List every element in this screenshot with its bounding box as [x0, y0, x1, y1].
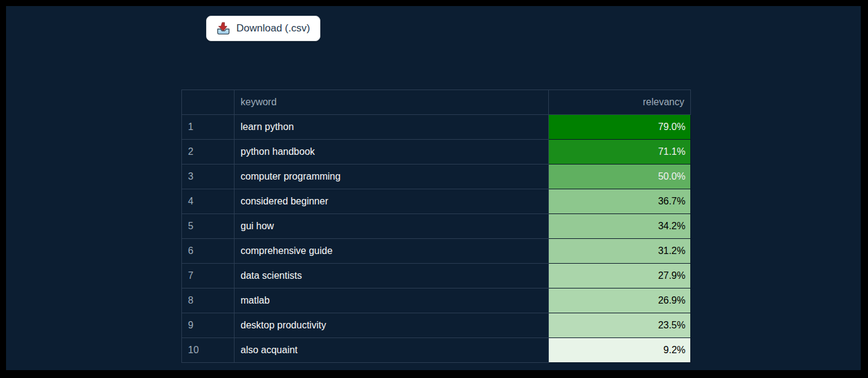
row-relevancy: 31.2% — [549, 239, 691, 264]
row-relevancy: 23.5% — [549, 313, 691, 338]
table-row: 5 gui how 34.2% — [182, 214, 691, 239]
row-relevancy: 36.7% — [549, 189, 691, 214]
row-keyword: desktop productivity — [235, 313, 549, 338]
row-keyword: data scientists — [235, 264, 549, 288]
row-relevancy: 71.1% — [549, 140, 691, 165]
row-keyword: also acquaint — [235, 338, 549, 363]
header-rank — [182, 90, 235, 115]
row-rank: 5 — [182, 214, 235, 239]
table-row: 10 also acquaint 9.2% — [182, 338, 691, 363]
row-relevancy: 9.2% — [549, 338, 691, 363]
table-row: 1 learn python 79.0% — [182, 115, 691, 140]
row-keyword: gui how — [235, 214, 549, 239]
row-keyword: matlab — [235, 288, 549, 313]
row-relevancy: 26.9% — [549, 288, 691, 313]
row-rank: 4 — [182, 189, 235, 214]
row-keyword: learn python — [235, 115, 549, 140]
row-keyword: computer programming — [235, 165, 549, 189]
row-rank: 3 — [182, 165, 235, 189]
inbox-tray-icon — [216, 22, 230, 35]
row-relevancy: 79.0% — [549, 115, 691, 140]
row-rank: 10 — [182, 338, 235, 363]
table-row: 8 matlab 26.9% — [182, 288, 691, 313]
table-row: 2 python handbook 71.1% — [182, 140, 691, 165]
keyword-relevancy-table: keyword relevancy 1 learn python 79.0% 2… — [181, 90, 691, 363]
table-row: 3 computer programming 50.0% — [182, 165, 691, 189]
row-relevancy: 50.0% — [549, 165, 691, 189]
row-keyword: comprehensive guide — [235, 239, 549, 264]
download-csv-button[interactable]: Download (.csv) — [206, 16, 320, 41]
header-keyword: keyword — [235, 90, 549, 115]
row-rank: 1 — [182, 115, 235, 140]
row-rank: 9 — [182, 313, 235, 338]
row-rank: 7 — [182, 264, 235, 288]
table-row: 4 considered beginner 36.7% — [182, 189, 691, 214]
row-keyword: python handbook — [235, 140, 549, 165]
row-rank: 2 — [182, 140, 235, 165]
table-row: 9 desktop productivity 23.5% — [182, 313, 691, 338]
window-frame: Download (.csv) keyword relevancy 1 lear… — [0, 0, 868, 378]
app-background: Download (.csv) keyword relevancy 1 lear… — [6, 6, 861, 370]
table-row: 7 data scientists 27.9% — [182, 264, 691, 288]
row-rank: 8 — [182, 288, 235, 313]
row-rank: 6 — [182, 239, 235, 264]
row-relevancy: 34.2% — [549, 214, 691, 239]
header-relevancy: relevancy — [549, 90, 691, 115]
download-button-label: Download (.csv) — [236, 22, 310, 34]
row-relevancy: 27.9% — [549, 264, 691, 288]
row-keyword: considered beginner — [235, 189, 549, 214]
table-header-row: keyword relevancy — [182, 90, 691, 115]
table-row: 6 comprehensive guide 31.2% — [182, 239, 691, 264]
